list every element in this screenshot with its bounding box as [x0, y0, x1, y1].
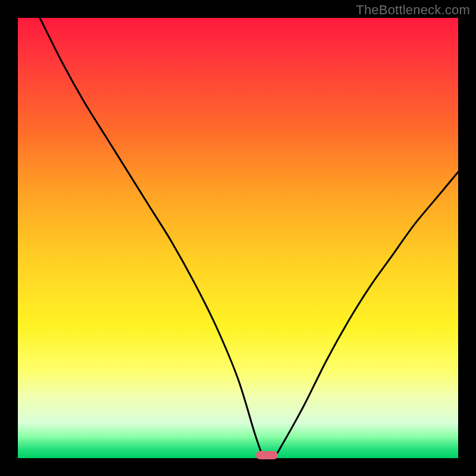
chart-frame: TheBottleneck.com — [0, 0, 476, 476]
plot-area — [18, 18, 458, 458]
curve-path — [18, 18, 458, 458]
optimal-marker — [256, 451, 278, 459]
watermark-text: TheBottleneck.com — [356, 2, 470, 18]
bottleneck-curve — [18, 18, 458, 458]
